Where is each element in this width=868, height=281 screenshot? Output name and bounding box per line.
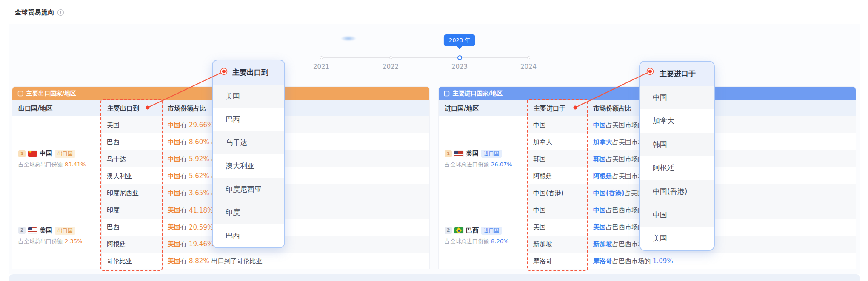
share-subject: 美国 (168, 206, 180, 214)
source-cell: 新加坡 (528, 240, 588, 248)
exporter-tag: 出口国 (55, 150, 75, 158)
destination-cell: 巴西 (102, 138, 162, 146)
usa-flag-icon (28, 227, 37, 233)
market-share-cell: 中国有3.65%出口到了印度尼西亚 (162, 184, 429, 202)
timeline-label-2023[interactable]: 2023 (443, 63, 477, 71)
rank-1-badge: 1 (445, 150, 452, 157)
watermark-smudge (340, 36, 357, 41)
global-share-label: 占全球总进口份额 (445, 161, 489, 167)
exporter-cell-usa: 2 美国 出口国 占全球总出口份额2.35% (12, 202, 102, 269)
export-column-callout: 主要出口到 美国 巴西 乌干达 澳大利亚 印度尼西亚 印度 巴西 (212, 60, 285, 248)
callout-item: 韩国 (640, 133, 714, 156)
global-share: 占全球总进口份额8.26% (445, 238, 528, 245)
share-subject: 中国 (593, 121, 606, 129)
global-share: 占全球总出口份额2.35% (18, 238, 101, 245)
table-row: 摩洛哥 摩洛哥占巴西市场的1.09% (528, 253, 856, 269)
share-mid: 有 (180, 223, 187, 231)
share-mid: 有 (180, 257, 187, 265)
market-share-cell: 美国有8.82%出口到了哥伦比亚 (162, 253, 429, 269)
global-share-value: 8.26% (491, 238, 508, 244)
timeline-label-2024[interactable]: 2024 (511, 63, 545, 71)
country-name: 巴西 (466, 227, 479, 235)
global-share-label: 占全球总进口份额 (445, 238, 489, 244)
share-mid: 有 (180, 138, 187, 146)
timeline-dot-2022[interactable] (389, 56, 392, 59)
callout-item: 澳大利亚 (213, 154, 284, 178)
header-bar: 全球贸易流向 ! (15, 9, 64, 17)
share-pct: 41.18% (189, 207, 213, 214)
share-subject: 中国 (168, 172, 180, 180)
market-share-cell: 美国有41.18%出口到了印度 (162, 202, 429, 219)
importer-cell-usa: 1 美国 进口国 占全球总进口份额26.07% (439, 116, 528, 202)
timeline-dot-2024[interactable] (527, 56, 530, 59)
rank-2-badge: 2 (445, 227, 452, 234)
timeline-track[interactable] (321, 57, 528, 58)
col-market-share: 市场份额占比 (588, 100, 856, 116)
share-pct: 3.65% (189, 189, 209, 197)
timeline-handle[interactable] (457, 55, 462, 60)
timeline-label-2021[interactable]: 2021 (304, 63, 338, 71)
market-share-cell: 中国占美国市场的 (588, 116, 856, 133)
timeline-label-2022[interactable]: 2022 (374, 63, 408, 71)
timeline-tooltip: 2023 年 (444, 34, 475, 46)
share-subject: 中国 (168, 189, 180, 197)
rank-1-badge: 1 (18, 150, 26, 157)
share-pct: 20.59% (189, 224, 213, 231)
callout-item: 巴西 (213, 224, 284, 247)
callout-item: 阿根廷 (640, 156, 714, 179)
country-name: 美国 (466, 150, 479, 158)
share-subject: 阿根廷 (593, 172, 612, 180)
destination-cell: 乌干达 (102, 155, 162, 163)
rank-2-badge: 2 (18, 227, 26, 234)
share-subject: 摩洛哥 (593, 257, 612, 265)
share-mid: 有 (180, 240, 187, 248)
share-mid: 有 (180, 121, 187, 129)
source-cell: 摩洛哥 (528, 257, 588, 265)
callout-item: 中国 (640, 86, 714, 109)
col-market-share: 市场份额占比 (162, 100, 429, 116)
source-cell: 中国(香港) (528, 189, 588, 197)
share-pct: 8.60% (189, 138, 209, 146)
share-mid: 占巴西市场的 (606, 223, 644, 231)
info-icon[interactable]: ! (57, 9, 64, 16)
market-share-cell: 中国(香港)占美国市 (588, 184, 856, 202)
destination-cell: 美国 (102, 121, 162, 129)
global-share-value: 83.41% (65, 161, 86, 167)
import-table-title: 主要进口国家/地区 (453, 90, 503, 97)
global-share-label: 占全球总出口份额 (18, 238, 63, 244)
callout-item: 巴西 (213, 108, 284, 131)
source-cell: 中国 (528, 121, 588, 129)
share-subject: 美国 (168, 240, 180, 248)
timeline-dot-2021[interactable] (320, 56, 323, 59)
import-column-callout: 主要进口于 中国 加拿大 韩国 阿根廷 中国(香港) 中国 美国 (639, 61, 715, 251)
share-subject: 韩国 (593, 155, 606, 163)
col-importer-region: 进口国/地区 (439, 100, 528, 116)
share-subject: 中国(香港) (593, 189, 625, 197)
left-divider (9, 0, 9, 24)
country-name: 美国 (40, 227, 52, 235)
callout-header: 主要进口于 (640, 62, 714, 86)
share-mid: 有 (180, 172, 187, 180)
share-subject: 中国 (593, 206, 606, 214)
callout-item: 中国 (640, 203, 714, 227)
market-share-cell: 中国占巴西市场的 (588, 202, 856, 219)
clipboard-icon (444, 91, 450, 97)
share-mid: 占巴西市场的 (612, 257, 651, 265)
exporter-tag: 出口国 (55, 227, 75, 235)
market-share-cell: 新加坡占巴西市场 (588, 236, 856, 253)
share-subject: 美国 (593, 223, 606, 231)
source-cell: 美国 (528, 223, 588, 231)
share-pct: 29.66% (189, 121, 213, 129)
global-share-value: 26.07% (491, 161, 512, 167)
source-cell: 韩国 (528, 155, 588, 163)
country-name: 中国 (40, 150, 52, 158)
col-exporter-region: 出口国/地区 (12, 100, 102, 116)
export-table-title: 主要出口国家/地区 (26, 90, 76, 97)
callout-item: 美国 (213, 85, 284, 108)
destination-cell: 阿根廷 (102, 240, 162, 248)
share-suffix: 出口到了哥伦比亚 (211, 257, 263, 265)
share-pct: 5.92% (189, 155, 209, 163)
page-title: 全球贸易流向 (15, 9, 54, 17)
share-pct: 5.62% (189, 172, 209, 180)
importer-cell-brazil: 2 巴西 进口国 占全球总进口份额8.26% (439, 202, 528, 269)
